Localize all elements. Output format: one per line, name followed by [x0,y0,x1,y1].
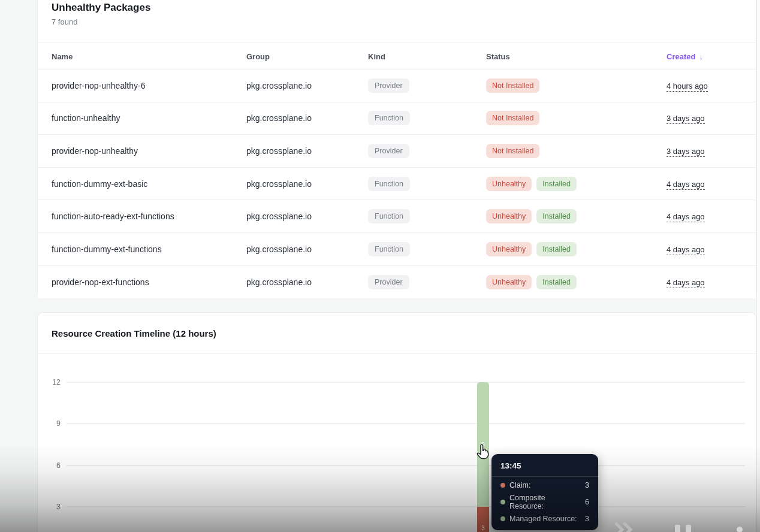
tooltip-label: Managed Resource: [509,515,577,523]
status-cell: Not Installed [486,111,664,125]
status-cell: UnhealthyInstalled [486,242,664,256]
package-group: pkg.crossplane.io [246,81,365,90]
package-name: provider-nop-unhealthy-6 [52,81,243,90]
bar-value-label: 3 [477,524,489,531]
tooltip-value: 3 [585,515,589,523]
status-badge: Not Installed [486,144,539,158]
created-link[interactable]: 3 days ago [666,147,705,157]
tooltip-row: Composite Resource:6 [500,494,589,510]
created-link[interactable]: 4 hours ago [666,81,708,92]
table-row[interactable]: function-dummy-ext-functions pkg.crosspl… [38,233,756,266]
status-badge: Unhealthy [486,177,532,191]
cursor-hand-icon [476,443,491,463]
status-badge: Installed [536,242,577,256]
pause-icon[interactable] [674,524,694,532]
status-badge: Unhealthy [486,242,532,256]
series-dot-icon [500,516,505,521]
package-name: provider-nop-ext-functions [52,277,243,287]
gridline [67,506,745,507]
series-dot-icon [500,483,505,488]
y-axis-tick: 9 [38,419,61,428]
chart-tooltip: 13:45 Claim:3Composite Resource:6Managed… [491,454,598,530]
tooltip-time: 13:45 [500,461,589,470]
status-badge: Unhealthy [486,275,532,289]
table-row[interactable]: provider-nop-unhealthy pkg.crossplane.io… [38,135,756,168]
skip-forward-icon[interactable] [615,522,639,532]
kind-badge: Function [368,209,410,223]
column-header-kind[interactable]: Kind [368,52,483,61]
package-name: function-unhealthy [52,113,243,123]
table-row[interactable]: function-unhealthy pkg.crossplane.io Fun… [38,102,756,135]
column-header-created[interactable]: Created↓ [666,52,753,61]
package-group: pkg.crossplane.io [246,244,365,254]
column-header-group[interactable]: Group [246,52,365,61]
scroll-track[interactable] [756,0,760,532]
kind-badge: Function [368,111,410,125]
status-cell: Not Installed [486,78,664,93]
created-link[interactable]: 4 days ago [666,245,705,255]
created-link[interactable]: 4 days ago [666,212,705,222]
gridline [67,465,745,466]
chart-title: Resource Creation Timeline (12 hours) [52,328,216,338]
tooltip-row: Managed Resource:3 [500,515,589,523]
kind-badge: Function [368,242,410,256]
package-group: pkg.crossplane.io [246,146,365,156]
status-badge: Installed [536,177,577,191]
result-count: 7 found [52,17,77,26]
created-link[interactable]: 3 days ago [666,114,705,124]
package-group: pkg.crossplane.io [246,179,365,189]
kind-badge: Provider [368,144,409,158]
tooltip-rows: Claim:3Composite Resource:6Managed Resou… [500,481,589,523]
dot-icon[interactable] [736,525,743,532]
table-row[interactable]: function-auto-ready-ext-functions pkg.cr… [38,200,756,233]
kind-badge: Provider [368,275,409,289]
gridline [67,423,745,424]
column-header-name[interactable]: Name [52,52,243,61]
status-cell: UnhealthyInstalled [486,275,664,289]
column-header-status[interactable]: Status [486,52,664,61]
package-name: function-auto-ready-ext-functions [52,211,243,221]
package-name: provider-nop-unhealthy [52,146,243,156]
table-row[interactable]: function-dummy-ext-basic pkg.crossplane.… [38,168,756,201]
status-cell: Not Installed [486,144,664,158]
y-axis-tick: 6 [38,461,61,470]
y-axis-tick: 12 [38,378,61,386]
table-header-row: Name Group Kind Status Created↓ [38,43,756,69]
timeline-chart-card: Resource Creation Timeline (12 hours) 12… [37,312,756,532]
kind-badge: Function [368,177,410,191]
status-cell: UnhealthyInstalled [486,209,664,223]
status-badge: Installed [536,209,577,223]
sort-desc-icon: ↓ [699,52,703,61]
page-title: Unhealthy Packages [52,2,150,14]
gridline [67,382,745,383]
kind-badge: Provider [368,78,409,93]
package-table-body: provider-nop-unhealthy-6 pkg.crossplane.… [38,69,756,298]
package-name: function-dummy-ext-functions [52,244,243,254]
status-badge: Unhealthy [486,209,532,223]
y-axis-tick: 3 [38,503,61,511]
divider [491,476,598,477]
tooltip-value: 3 [585,481,589,489]
package-group: pkg.crossplane.io [246,277,365,287]
package-name: function-dummy-ext-basic [52,179,243,189]
status-badge: Installed [536,275,577,289]
tooltip-row: Claim:3 [500,481,589,489]
tooltip-label: Composite Resource: [509,494,581,510]
divider [38,353,756,354]
status-badge: Not Installed [486,78,539,93]
status-cell: UnhealthyInstalled [486,177,664,191]
package-group: pkg.crossplane.io [246,113,365,123]
tooltip-label: Claim: [509,481,530,489]
tooltip-value: 6 [585,498,589,506]
status-badge: Not Installed [486,111,539,125]
table-row[interactable]: provider-nop-unhealthy-6 pkg.crossplane.… [38,69,756,102]
created-link[interactable]: 4 days ago [666,278,705,288]
unhealthy-packages-card: Unhealthy Packages 7 found Name Group Ki… [37,0,756,298]
created-link[interactable]: 4 days ago [666,180,705,190]
series-dot-icon [500,500,505,504]
package-group: pkg.crossplane.io [246,211,365,221]
table-row[interactable]: provider-nop-ext-functions pkg.crossplan… [38,266,756,299]
